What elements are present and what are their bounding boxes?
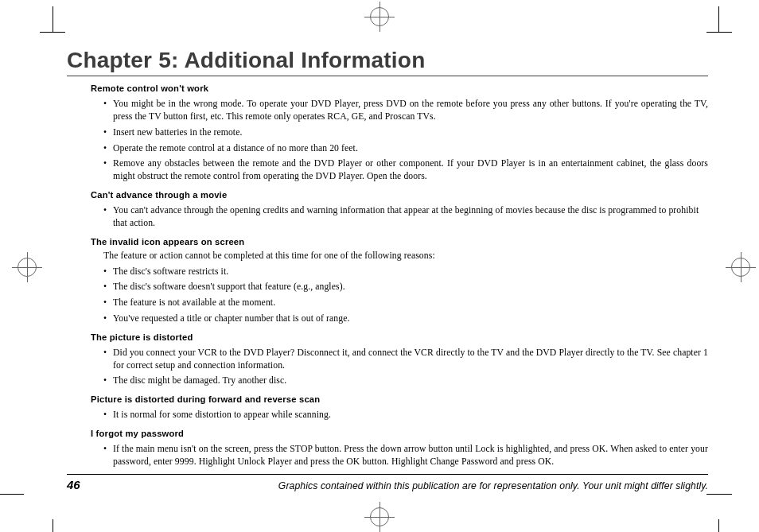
chapter-title: Chapter 5: Additional Information (67, 48, 708, 76)
list-item: It is normal for some distortion to appe… (103, 409, 708, 421)
bullet-list: You might be in the wrong mode. To opera… (67, 98, 708, 183)
crop-mark (718, 6, 719, 32)
list-item: Insert new batteries in the remote. (103, 126, 708, 139)
section-heading: Remote control won't work (91, 83, 708, 95)
section-heading: Can't advance through a movie (91, 189, 708, 201)
footer-caption: Graphics contained within this publicati… (278, 480, 708, 491)
list-item: Remove any obstacles between the remote … (103, 157, 708, 183)
list-item: The disc might be damaged. Try another d… (103, 375, 708, 387)
troubleshoot-section: The invalid icon appears on screen The f… (67, 236, 708, 325)
troubleshoot-section: Remote control won't work You might be i… (67, 83, 708, 183)
bullet-list: You can't advance through the opening cr… (67, 204, 708, 230)
page-footer: 46 Graphics contained within this public… (67, 474, 708, 491)
list-item: The disc's software doesn't support that… (103, 281, 708, 293)
list-item: Did you connect your VCR to the DVD Play… (103, 347, 708, 372)
bullet-list: The disc's software restricts it. The di… (67, 266, 708, 325)
crop-mark (53, 519, 53, 532)
list-item: You've requested a title or chapter numb… (103, 313, 708, 325)
troubleshoot-section: Picture is distorted during forward and … (67, 394, 708, 421)
registration-mark-icon (18, 258, 37, 277)
troubleshoot-section: I forgot my password If the main menu is… (67, 428, 708, 468)
bullet-list: It is normal for some distortion to appe… (67, 409, 708, 421)
list-item: The feature is not available at the mome… (103, 297, 708, 309)
crop-mark (706, 32, 732, 33)
registration-mark-icon (370, 7, 389, 26)
list-item: The disc's software restricts it. (103, 266, 708, 278)
registration-mark-icon (731, 258, 750, 277)
list-item: You can't advance through the opening cr… (103, 204, 708, 230)
list-item: If the main menu isn't on the screen, pr… (103, 443, 708, 468)
page-content: Chapter 5: Additional Information Remote… (67, 48, 708, 472)
crop-mark (40, 32, 65, 33)
list-item: Operate the remote control at a distance… (103, 142, 708, 155)
page-number: 46 (67, 478, 80, 491)
troubleshoot-section: The picture is distorted Did you connect… (67, 332, 708, 388)
bullet-list: If the main menu isn't on the screen, pr… (67, 443, 708, 468)
registration-mark-icon (370, 507, 389, 526)
section-lead: The feature or action cannot be complete… (103, 250, 708, 262)
section-heading: The invalid icon appears on screen (91, 236, 708, 248)
crop-mark (718, 519, 719, 532)
section-heading: I forgot my password (91, 428, 708, 440)
bullet-list: Did you connect your VCR to the DVD Play… (67, 347, 708, 387)
crop-mark (706, 494, 732, 495)
troubleshoot-section: Can't advance through a movie You can't … (67, 189, 708, 230)
section-heading: Picture is distorted during forward and … (91, 394, 708, 406)
list-item: You might be in the wrong mode. To opera… (103, 98, 708, 123)
crop-mark (0, 494, 24, 495)
section-heading: The picture is distorted (91, 332, 708, 344)
crop-mark (53, 6, 53, 32)
